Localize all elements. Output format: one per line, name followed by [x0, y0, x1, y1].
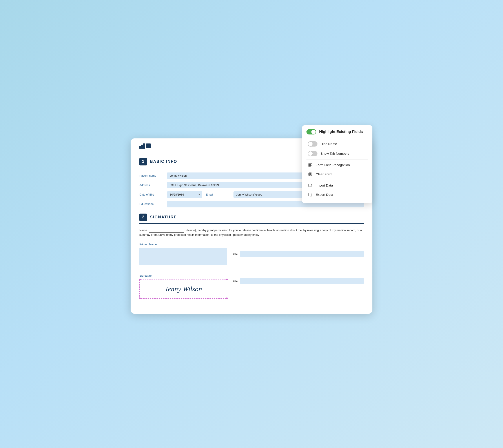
educational-label: Educational — [139, 202, 164, 206]
signature-header: 2 SIGNATURE — [139, 214, 364, 224]
toggle-knob — [311, 130, 316, 134]
clear-form-item[interactable]: Clear Form — [306, 170, 368, 179]
export-data-item[interactable]: Export Data — [306, 190, 368, 199]
outer-container: Highlight Existing Fields Hide Name Show… — [131, 125, 372, 323]
dob-input[interactable] — [167, 191, 202, 198]
list-icon — [308, 163, 313, 167]
form-field-recognition-item[interactable]: Form Field Recognition — [306, 160, 368, 170]
consent-name-inline[interactable] — [149, 228, 184, 233]
import-icon — [308, 183, 313, 188]
highlight-fields-toggle[interactable] — [306, 129, 316, 134]
corner-br — [226, 298, 228, 299]
patient-name-label: Patient name — [139, 174, 164, 177]
section-number-1: 1 — [139, 158, 147, 165]
svg-rect-9 — [309, 193, 311, 196]
signature-box[interactable]: Jenny Wilson — [139, 279, 227, 299]
sig-section: Signature Jenny Wilson — [139, 274, 227, 299]
highlight-fields-label: Highlight Existing Fields — [319, 130, 363, 134]
logo-bar-1 — [139, 146, 141, 149]
import-data-item[interactable]: Import Data — [306, 181, 368, 190]
logo-bar-2 — [141, 144, 143, 149]
corner-tr — [226, 279, 228, 280]
svg-rect-0 — [308, 163, 312, 164]
date-field-1[interactable] — [240, 251, 364, 257]
hide-name-label: Hide Name — [320, 142, 337, 146]
dob-wrapper: ▼ — [167, 191, 202, 198]
form-field-recognition-label: Form Field Recognition — [316, 163, 350, 167]
date-row-2: Date — [232, 278, 364, 284]
date-field-2[interactable] — [240, 278, 364, 284]
logo-bar-3 — [143, 143, 145, 149]
consent-name-prefix: Name — [139, 228, 147, 232]
section-title-1: BASIC INFO — [150, 159, 177, 164]
printed-name-section: Printed Name — [139, 242, 227, 265]
clear-icon — [308, 172, 313, 177]
import-data-label: Import Data — [316, 183, 333, 187]
consent-text: Name (Name), hereby grant permission for… — [139, 228, 364, 238]
hide-name-item[interactable]: Hide Name — [306, 139, 368, 149]
clear-form-label: Clear Form — [316, 172, 332, 176]
sig-label: Signature — [139, 274, 227, 277]
date-label-2: Date — [232, 279, 238, 283]
highlight-fields-header: Highlight Existing Fields — [306, 129, 368, 137]
svg-rect-5 — [309, 173, 311, 174]
svg-rect-1 — [308, 164, 311, 165]
logo-square — [146, 144, 151, 148]
svg-rect-7 — [309, 175, 310, 176]
corner-bl — [139, 298, 141, 299]
svg-rect-6 — [309, 174, 311, 175]
toggle-knob-tab — [308, 151, 313, 156]
show-tab-numbers-item[interactable]: Show Tab Numbers — [306, 149, 368, 159]
form-logo — [139, 143, 151, 149]
printed-name-date-container: Printed Name Date — [139, 242, 364, 270]
email-label: Email — [206, 193, 230, 196]
section-number-2: 2 — [139, 214, 147, 221]
address-label: Address — [139, 183, 164, 187]
separator-1 — [306, 159, 368, 160]
show-tab-numbers-toggle[interactable] — [308, 151, 318, 156]
signature-section: 2 SIGNATURE Name (Name), hereby grant pe… — [139, 214, 364, 299]
printed-name-label: Printed Name — [139, 242, 227, 246]
svg-rect-3 — [308, 166, 311, 167]
signature-date-container: Signature Jenny Wilson Date — [139, 270, 364, 299]
svg-rect-2 — [308, 165, 312, 166]
separator-2 — [306, 180, 368, 180]
printed-name-box[interactable] — [139, 248, 227, 265]
hide-name-toggle[interactable] — [308, 141, 318, 146]
show-tab-numbers-label: Show Tab Numbers — [320, 152, 349, 155]
export-icon — [308, 192, 313, 197]
toggle-knob-hide — [308, 142, 313, 146]
date-label-1: Date — [232, 253, 238, 256]
corner-tl — [139, 279, 141, 280]
date-row-1: Date — [232, 251, 364, 257]
dob-label: Date of Birth — [139, 193, 164, 196]
signature-cursive-text: Jenny Wilson — [165, 285, 202, 293]
section-title-2: SIGNATURE — [150, 215, 177, 220]
export-data-label: Export Data — [316, 193, 333, 196]
logo-bars — [139, 143, 145, 149]
dropdown-menu: Highlight Existing Fields Hide Name Show… — [302, 125, 372, 203]
